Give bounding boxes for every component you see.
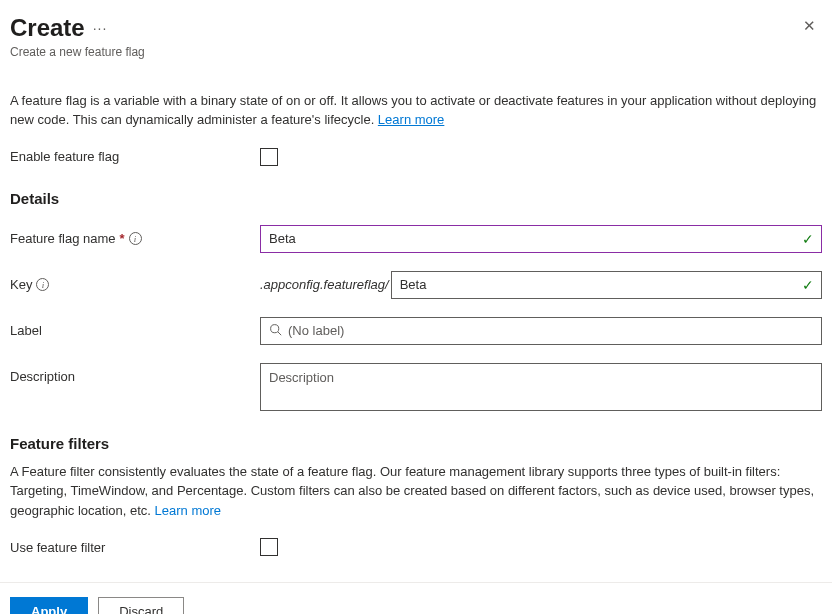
intro-learn-more-link[interactable]: Learn more bbox=[378, 112, 444, 127]
description-label: Description bbox=[10, 363, 260, 384]
filters-learn-more-link[interactable]: Learn more bbox=[155, 503, 221, 518]
enable-flag-label: Enable feature flag bbox=[10, 149, 260, 164]
name-label: Feature flag name bbox=[10, 231, 116, 246]
apply-button[interactable]: Apply bbox=[10, 597, 88, 614]
label-placeholder: (No label) bbox=[288, 323, 344, 338]
key-prefix: .appconfig.featureflag/ bbox=[260, 277, 389, 292]
page-subtitle: Create a new feature flag bbox=[10, 45, 145, 59]
key-input[interactable] bbox=[391, 271, 822, 299]
info-icon[interactable]: i bbox=[36, 278, 49, 291]
use-filter-label: Use feature filter bbox=[10, 540, 260, 555]
search-icon bbox=[269, 323, 282, 339]
enable-flag-checkbox[interactable] bbox=[260, 148, 278, 166]
filters-text: A Feature filter consistently evaluates … bbox=[10, 462, 822, 521]
use-filter-checkbox[interactable] bbox=[260, 538, 278, 556]
svg-line-1 bbox=[278, 332, 281, 335]
label-input[interactable]: (No label) bbox=[260, 317, 822, 345]
more-actions-icon[interactable]: ··· bbox=[91, 20, 110, 36]
filters-heading: Feature filters bbox=[10, 435, 822, 452]
intro-text: A feature flag is a variable with a bina… bbox=[10, 91, 822, 130]
label-label: Label bbox=[10, 323, 260, 338]
page-title: Create bbox=[10, 14, 85, 43]
required-asterisk: * bbox=[120, 231, 125, 246]
discard-button[interactable]: Discard bbox=[98, 597, 184, 614]
key-label: Key bbox=[10, 277, 32, 292]
filters-text-body: A Feature filter consistently evaluates … bbox=[10, 464, 814, 518]
description-textarea[interactable] bbox=[260, 363, 822, 411]
close-icon[interactable]: ✕ bbox=[797, 14, 822, 37]
info-icon[interactable]: i bbox=[129, 232, 142, 245]
details-heading: Details bbox=[10, 190, 822, 207]
svg-point-0 bbox=[271, 324, 279, 332]
feature-flag-name-input[interactable] bbox=[260, 225, 822, 253]
